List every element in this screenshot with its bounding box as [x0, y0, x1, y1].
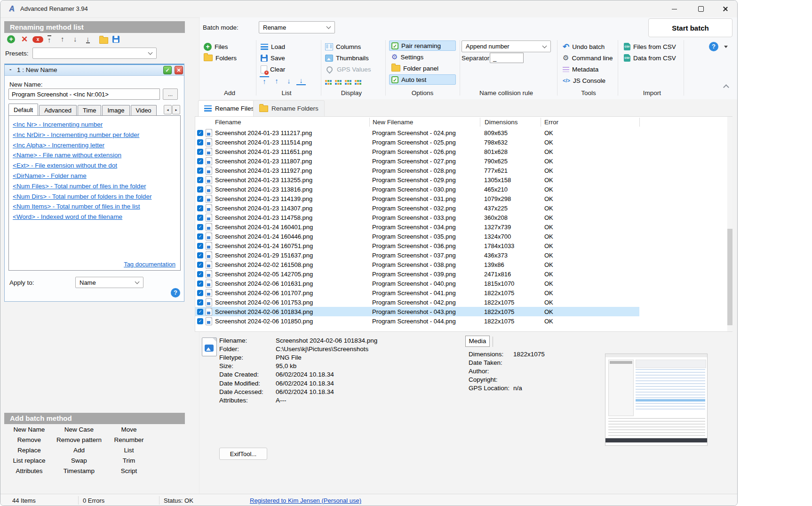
- table-row[interactable]: ✓Screenshot 2024-01-23 113816.pngProgram…: [195, 185, 639, 194]
- view-mode-icon[interactable]: [345, 80, 347, 82]
- view-mode-icon[interactable]: [325, 80, 327, 82]
- table-row[interactable]: ✓Screenshot 2024-02-06 101834.pngProgram…: [195, 307, 639, 316]
- add-files-button[interactable]: + Files: [204, 41, 228, 52]
- batch-method-link[interactable]: New Case: [54, 426, 104, 433]
- maximize-button[interactable]: [690, 2, 711, 16]
- exiftool-button[interactable]: ExifTool...: [219, 448, 267, 460]
- batch-method-link[interactable]: Replace: [4, 447, 54, 454]
- batch-method-link[interactable]: Move: [104, 426, 154, 433]
- method-close-button[interactable]: ✕: [175, 66, 183, 74]
- batch-method-link[interactable]: Attributes: [4, 467, 54, 474]
- batch-method-link[interactable]: Script: [104, 467, 154, 474]
- view-mode-icon[interactable]: [335, 80, 337, 82]
- method-help-button[interactable]: ?: [171, 288, 180, 297]
- checkbox-checked-icon[interactable]: ✓: [197, 309, 203, 315]
- table-row[interactable]: ✓Screenshot 2024-01-23 114758.pngProgram…: [195, 213, 639, 222]
- table-row[interactable]: ✓Screenshot 2024-01-23 111807.pngProgram…: [195, 156, 639, 166]
- checkbox-checked-icon[interactable]: ✓: [197, 177, 203, 183]
- display-columns-button[interactable]: Columns: [325, 41, 361, 52]
- table-row[interactable]: ✓Screenshot 2024-01-24 160446.pngProgram…: [195, 232, 639, 241]
- table-row[interactable]: ✓Screenshot 2024-02-06 101850.pngProgram…: [195, 316, 639, 326]
- batch-mode-select[interactable]: Rename: [259, 21, 335, 33]
- list-clear-button[interactable]: Clear: [261, 64, 285, 74]
- column-separator[interactable]: [639, 118, 640, 127]
- tag-link[interactable]: <Name> - File name without extension: [13, 150, 121, 161]
- batch-method-link[interactable]: Remove pattern: [54, 436, 104, 443]
- move-method-bottom-button[interactable]: ↓: [86, 35, 90, 43]
- checkbox-checked-icon[interactable]: ✓: [197, 271, 203, 277]
- table-row[interactable]: ✓Screenshot 2024-01-23 111927.pngProgram…: [195, 166, 639, 175]
- move-method-up-button[interactable]: ↑: [61, 35, 64, 42]
- pair-renaming-toggle[interactable]: ✓ Pair renaming: [389, 40, 456, 51]
- checkbox-checked-icon[interactable]: ✓: [197, 318, 203, 324]
- clear-methods-button[interactable]: x: [32, 36, 43, 43]
- table-row[interactable]: ✓Screenshot 2024-01-29 151637.pngProgram…: [195, 250, 639, 260]
- checkbox-checked-icon[interactable]: ✓: [197, 290, 203, 296]
- checkbox-checked-icon[interactable]: ✓: [197, 149, 203, 155]
- auto-test-toggle[interactable]: ✓ Auto test: [389, 74, 456, 85]
- table-row[interactable]: ✓Screenshot 2024-01-24 160401.pngProgram…: [195, 222, 639, 232]
- column-separator[interactable]: [480, 118, 480, 127]
- collapse-method-button[interactable]: -: [9, 66, 11, 73]
- batch-method-link[interactable]: Renumber: [104, 436, 154, 443]
- batch-method-link[interactable]: Remove: [4, 436, 54, 443]
- tab-video[interactable]: Video: [131, 105, 157, 116]
- checkbox-checked-icon[interactable]: ✓: [197, 233, 203, 240]
- tag-link[interactable]: <DirName> - Folder name: [13, 171, 87, 181]
- start-batch-button[interactable]: Start batch: [648, 18, 732, 37]
- table-row[interactable]: ✓Screenshot 2024-01-23 114139.pngProgram…: [195, 194, 639, 203]
- tab-advanced[interactable]: Advanced: [39, 105, 77, 116]
- tag-link[interactable]: <Inc Alpha> - Incrementing letter: [13, 140, 104, 151]
- checkbox-checked-icon[interactable]: ✓: [197, 196, 203, 202]
- batch-method-link[interactable]: New Name: [4, 426, 54, 433]
- batch-method-link[interactable]: Add: [54, 447, 104, 454]
- batch-method-link[interactable]: List: [104, 447, 154, 454]
- display-gps-button[interactable]: GPS Values: [325, 64, 371, 74]
- tag-link[interactable]: <Num Items> - Total number of files in t…: [13, 201, 140, 212]
- checkbox-checked-icon[interactable]: ✓: [197, 186, 203, 193]
- tag-documentation-link[interactable]: Tag documentation: [124, 261, 175, 268]
- help-dropdown-arrow[interactable]: [724, 46, 728, 48]
- table-row[interactable]: ✓Screenshot 2024-02-06 101707.pngProgram…: [195, 288, 639, 297]
- table-row[interactable]: ✓Screenshot 2024-02-05 142705.pngProgram…: [195, 269, 639, 279]
- tab-scroll-right-button[interactable]: ▸: [172, 105, 180, 114]
- settings-button[interactable]: ⚙ Settings: [389, 52, 456, 62]
- column-header-error[interactable]: Error: [544, 119, 558, 126]
- batch-method-link[interactable]: Trim: [104, 457, 154, 464]
- list-load-button[interactable]: Load: [261, 41, 285, 52]
- presets-select[interactable]: [32, 48, 157, 59]
- tag-link[interactable]: <Word> - Indexed word of the filename: [13, 212, 122, 222]
- separator-input[interactable]: _: [490, 53, 524, 63]
- apply-to-select[interactable]: Name: [75, 277, 143, 288]
- scrollbar-thumb[interactable]: [727, 229, 732, 325]
- batch-method-link[interactable]: Swap: [54, 457, 104, 464]
- add-folders-button[interactable]: Folders: [204, 53, 237, 63]
- save-preset-button[interactable]: [112, 36, 119, 43]
- batch-method-link[interactable]: Timestamp: [54, 467, 104, 474]
- move-down-button[interactable]: ↓: [284, 77, 294, 85]
- checkbox-checked-icon[interactable]: ✓: [197, 168, 203, 174]
- help-button[interactable]: ?: [709, 42, 718, 51]
- method-header[interactable]: - 1 : New Name ✓ ✕: [5, 64, 184, 76]
- browse-tags-button[interactable]: ...: [163, 88, 178, 100]
- column-header-dimensions[interactable]: Dimensions: [485, 119, 518, 126]
- checkbox-checked-icon[interactable]: ✓: [197, 158, 203, 164]
- move-up-button[interactable]: ↑: [272, 77, 281, 85]
- move-bottom-button[interactable]: ↓: [296, 76, 306, 85]
- minimize-button[interactable]: [664, 2, 685, 16]
- checkbox-checked-icon[interactable]: ✓: [197, 252, 203, 258]
- checkbox-checked-icon[interactable]: ✓: [197, 215, 203, 221]
- tag-link[interactable]: <Ext> - File extension without the dot: [13, 161, 117, 171]
- tag-link[interactable]: <Inc NrDir> - Incrementing number per fo…: [13, 130, 139, 140]
- files-from-csv-button[interactable]: csv Files from CSV: [624, 41, 676, 52]
- column-header-new-filename[interactable]: New Filename: [373, 119, 413, 126]
- table-row[interactable]: ✓Screenshot 2024-01-23 113255.pngProgram…: [195, 175, 639, 185]
- checkbox-checked-icon[interactable]: ✓: [197, 130, 203, 136]
- checkbox-checked-icon[interactable]: ✓: [197, 281, 203, 287]
- checkbox-checked-icon[interactable]: ✓: [197, 299, 203, 305]
- collision-rule-select[interactable]: Append number: [462, 40, 551, 52]
- table-row[interactable]: ✓Screenshot 2024-02-06 101631.pngProgram…: [195, 279, 639, 288]
- tab-image[interactable]: Image: [102, 105, 129, 116]
- checkbox-checked-icon[interactable]: ✓: [197, 262, 203, 268]
- new-name-input[interactable]: Program Screenshot - <Inc Nr:001>: [8, 88, 160, 100]
